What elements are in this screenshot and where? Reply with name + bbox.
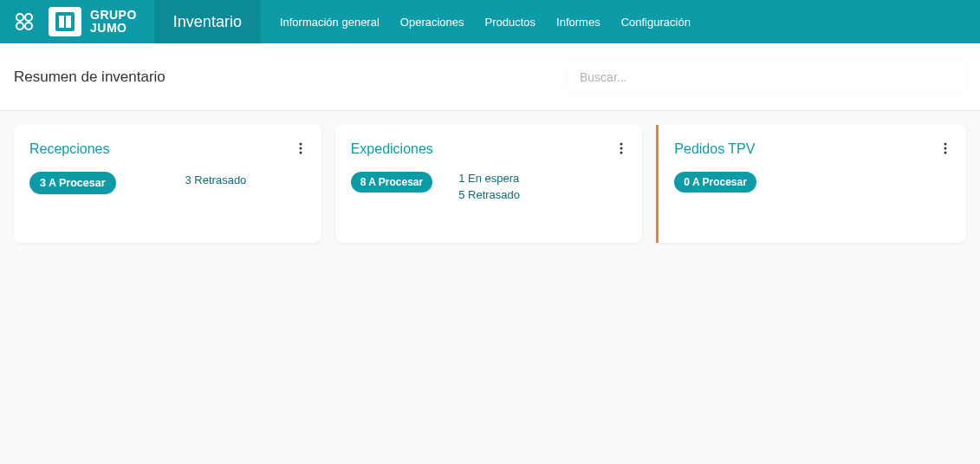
top-nav: GRUPO JUMO Inventario Información genera… bbox=[0, 0, 980, 43]
status-lines: 1 En espera 5 Retrasado bbox=[458, 172, 520, 201]
brand-line1: GRUPO bbox=[90, 9, 137, 22]
app-name[interactable]: Inventario bbox=[154, 0, 261, 43]
process-button[interactable]: 0 A Procesar bbox=[674, 172, 756, 193]
process-button[interactable]: 8 A Procesar bbox=[351, 172, 433, 193]
status-line[interactable]: 1 En espera bbox=[458, 172, 520, 185]
page-title: Resumen de inventario bbox=[14, 69, 165, 86]
menu-item-config[interactable]: Configuración bbox=[621, 16, 691, 29]
menu-item-products[interactable]: Productos bbox=[485, 16, 536, 29]
main-menu: Información general Operaciones Producto… bbox=[261, 16, 691, 29]
search-input[interactable] bbox=[580, 70, 954, 84]
svg-point-7 bbox=[620, 143, 623, 146]
svg-point-3 bbox=[25, 23, 32, 29]
menu-item-operations[interactable]: Operaciones bbox=[400, 16, 464, 29]
menu-item-reports[interactable]: Informes bbox=[556, 16, 600, 29]
kebab-icon[interactable] bbox=[295, 139, 306, 160]
brand-line2: JUMO bbox=[90, 22, 137, 35]
search-wrap bbox=[568, 61, 966, 94]
menu-item-overview[interactable]: Información general bbox=[280, 16, 380, 29]
svg-point-9 bbox=[620, 152, 623, 154]
process-button[interactable]: 3 A Procesar bbox=[29, 172, 116, 194]
svg-point-1 bbox=[25, 14, 32, 21]
apps-icon[interactable] bbox=[14, 11, 35, 32]
status-line[interactable]: 3 Retrasado bbox=[185, 173, 247, 186]
card-title[interactable]: Recepciones bbox=[29, 141, 110, 157]
card-title[interactable]: Pedidos TPV bbox=[674, 141, 755, 157]
subheader: Resumen de inventario bbox=[0, 43, 980, 111]
status-lines: 3 Retrasado bbox=[185, 173, 247, 194]
svg-point-5 bbox=[299, 147, 302, 150]
svg-point-11 bbox=[944, 147, 947, 150]
svg-point-8 bbox=[620, 147, 623, 150]
svg-point-0 bbox=[16, 14, 23, 21]
card-pedidos-tpv: Pedidos TPV 0 A Procesar bbox=[656, 125, 966, 243]
svg-point-4 bbox=[299, 143, 302, 146]
brand-logo[interactable] bbox=[49, 7, 81, 36]
card-title[interactable]: Expediciones bbox=[351, 141, 433, 157]
kebab-icon[interactable] bbox=[940, 139, 951, 160]
card-recepciones: Recepciones 3 A Procesar 3 Retrasado bbox=[14, 125, 321, 243]
svg-point-6 bbox=[299, 152, 302, 154]
card-expediciones: Expediciones 8 A Procesar 1 En espera 5 … bbox=[335, 125, 643, 243]
brand-name: GRUPO JUMO bbox=[90, 9, 137, 36]
svg-point-2 bbox=[16, 23, 23, 29]
svg-point-12 bbox=[944, 152, 947, 154]
kebab-icon[interactable] bbox=[616, 139, 626, 160]
card-row: Recepciones 3 A Procesar 3 Retrasado Exp… bbox=[0, 111, 980, 257]
status-line[interactable]: 5 Retrasado bbox=[458, 188, 520, 201]
svg-point-10 bbox=[944, 143, 947, 146]
